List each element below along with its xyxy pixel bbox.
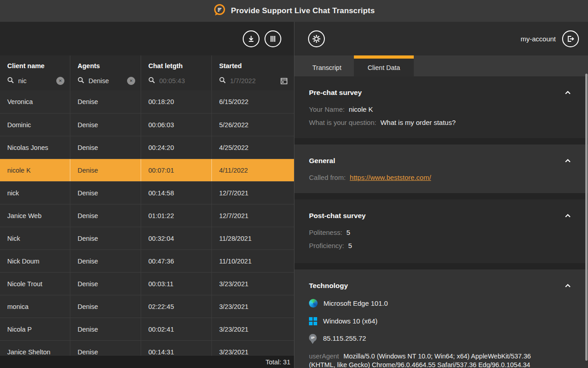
cell-started[interactable]: 12/7/2021 xyxy=(212,182,294,204)
column-client-name: Client name nic xyxy=(0,55,70,90)
cell-client-name[interactable]: monica xyxy=(0,295,70,318)
chevron-up-icon[interactable] xyxy=(564,90,572,95)
table-row[interactable]: Nick Denise 00:32:04 11/28/2021 xyxy=(0,227,294,249)
cell-client-name[interactable]: Veronica xyxy=(0,90,70,113)
total-count: Total: 31 xyxy=(265,358,290,366)
table-row[interactable]: monica Denise 02:22:45 3/23/2021 xyxy=(0,295,294,318)
client-name-filter-input[interactable]: nic xyxy=(18,77,52,85)
cell-started[interactable]: 5/26/2022 xyxy=(212,114,294,136)
columns-icon[interactable] xyxy=(265,30,281,47)
cell-agent[interactable]: Denise xyxy=(70,204,141,227)
detail-toolbar: my-account xyxy=(294,22,588,55)
windows-icon xyxy=(309,317,317,325)
download-icon[interactable] xyxy=(243,30,260,47)
search-icon xyxy=(148,77,155,85)
chevron-up-icon[interactable] xyxy=(564,213,572,219)
column-header-label[interactable]: Started xyxy=(219,62,289,70)
table-row[interactable]: Nicolas Jones Denise 00:24:20 4/25/2022 xyxy=(0,136,294,159)
cell-client-name[interactable]: nicole K xyxy=(0,159,70,181)
cell-chat-length[interactable]: 00:02:41 xyxy=(141,318,212,340)
cell-started[interactable]: 11/28/2021 xyxy=(212,227,294,249)
chat-length-filter[interactable]: 00:05:43 xyxy=(148,76,207,86)
client-name-filter[interactable]: nic xyxy=(7,76,65,86)
section-title: Post-chat survey xyxy=(309,212,366,220)
cell-agent[interactable]: Denise xyxy=(70,136,141,159)
cell-client-name[interactable]: Dominic xyxy=(0,114,70,136)
account-name[interactable]: my-account xyxy=(520,35,556,43)
user-agent-info: userAgentMozilla/5.0 (Windows NT 10.0; W… xyxy=(309,352,553,368)
table-footer: Total: 31 xyxy=(0,356,294,368)
chevron-up-icon[interactable] xyxy=(564,158,572,164)
table-row[interactable]: Nicole Trout Denise 00:03:11 3/23/2021 xyxy=(0,272,294,295)
chat-length-filter-input[interactable]: 00:05:43 xyxy=(159,77,207,85)
cell-chat-length[interactable]: 00:47:36 xyxy=(141,250,212,272)
clear-filter-icon[interactable] xyxy=(56,77,64,85)
section-technology: Technology Microsoft Edge 101.0 Windows … xyxy=(294,269,588,368)
table-row[interactable]: Veronica Denise 00:18:20 6/15/2022 xyxy=(0,90,294,113)
cell-chat-length[interactable]: 00:03:11 xyxy=(141,273,212,295)
cell-agent[interactable]: Denise xyxy=(70,227,141,249)
table-row[interactable]: Nicola P Denise 00:02:41 3/23/2021 xyxy=(0,318,294,340)
cell-client-name[interactable]: Nicola P xyxy=(0,318,70,340)
cell-client-name[interactable]: Nick xyxy=(0,227,70,249)
cell-started[interactable]: 12/7/2021 xyxy=(212,204,294,227)
logout-icon[interactable] xyxy=(562,30,579,47)
cell-agent[interactable]: Denise xyxy=(70,318,141,340)
cell-agent[interactable]: Denise xyxy=(70,114,141,136)
cell-started[interactable]: 4/25/2022 xyxy=(212,136,294,159)
table-row[interactable]: Nick Doum Denise 00:47:36 11/10/2021 xyxy=(0,249,294,272)
cell-agent[interactable]: Denise xyxy=(70,182,141,204)
table-row[interactable]: Janice Web Denise 01:01:22 12/7/2021 xyxy=(0,204,294,227)
table-row[interactable]: nicole K Denise 00:07:01 4/11/2022 xyxy=(0,159,294,181)
cell-started[interactable]: 3/23/2021 xyxy=(212,273,294,295)
table-row[interactable]: Dominic Denise 00:06:03 5/26/2022 xyxy=(0,113,294,136)
called-from-link[interactable]: https://www.beststore.com/ xyxy=(350,174,431,181)
cell-chat-length[interactable]: 00:18:20 xyxy=(141,90,212,113)
field-politeness: Politeness: 5 xyxy=(309,229,572,236)
cell-started[interactable]: 6/15/2022 xyxy=(212,90,294,113)
started-filter[interactable]: 1/7/2022 xyxy=(219,76,289,86)
cell-chat-length[interactable]: 00:07:01 xyxy=(141,159,212,181)
cell-agent[interactable]: Denise xyxy=(70,250,141,272)
cell-client-name[interactable]: Janice Web xyxy=(0,204,70,227)
chevron-up-icon[interactable] xyxy=(564,283,572,288)
started-filter-input[interactable]: 1/7/2022 xyxy=(230,77,276,85)
cell-agent[interactable]: Denise xyxy=(70,295,141,318)
cell-client-name[interactable]: Nicole Trout xyxy=(0,273,70,295)
cell-client-name[interactable]: Nick Doum xyxy=(0,250,70,272)
provide-support-logo-icon xyxy=(213,4,226,18)
cell-started[interactable]: 4/11/2022 xyxy=(212,159,294,181)
cell-chat-length[interactable]: 01:01:22 xyxy=(141,204,212,227)
column-agents: Agents Denise xyxy=(70,55,141,90)
clear-filter-icon[interactable] xyxy=(127,77,135,85)
cell-agent[interactable]: Denise xyxy=(70,90,141,113)
cell-agent[interactable]: Denise xyxy=(70,273,141,295)
cell-chat-length[interactable]: 00:06:03 xyxy=(141,114,212,136)
section-general: General Called from: https://www.beststo… xyxy=(294,144,588,193)
edge-browser-icon xyxy=(309,299,318,308)
search-icon xyxy=(219,77,226,85)
cell-started[interactable]: 3/23/2021 xyxy=(212,318,294,340)
column-header-label[interactable]: Client name xyxy=(7,62,65,70)
tab-transcript[interactable]: Transcript xyxy=(300,55,354,76)
cell-chat-length[interactable]: 00:32:04 xyxy=(141,227,212,249)
column-header-label[interactable]: Chat letgth xyxy=(148,62,207,70)
settings-gear-icon[interactable] xyxy=(308,30,325,47)
field-proficiency: Proficiency: 5 xyxy=(309,242,572,249)
column-header-label[interactable]: Agents xyxy=(78,62,136,70)
cell-chat-length[interactable]: 00:14:58 xyxy=(141,182,212,204)
cell-chat-length[interactable]: 00:24:20 xyxy=(141,136,212,159)
agents-filter-input[interactable]: Denise xyxy=(88,77,123,85)
agents-filter[interactable]: Denise xyxy=(78,76,136,86)
detail-tabs: Transcript Client Data xyxy=(294,55,588,76)
cell-chat-length[interactable]: 02:22:45 xyxy=(141,295,212,318)
tab-client-data[interactable]: Client Data xyxy=(354,55,414,76)
cell-client-name[interactable]: Nicolas Jones xyxy=(0,136,70,159)
cell-agent[interactable]: Denise xyxy=(70,159,141,181)
calendar-icon[interactable] xyxy=(280,77,288,85)
cell-started[interactable]: 11/10/2021 xyxy=(212,250,294,272)
cell-started[interactable]: 3/23/2021 xyxy=(212,295,294,318)
table-row[interactable]: nick Denise 00:14:58 12/7/2021 xyxy=(0,181,294,204)
vertical-scrollbar[interactable] xyxy=(585,74,588,361)
cell-client-name[interactable]: nick xyxy=(0,182,70,204)
